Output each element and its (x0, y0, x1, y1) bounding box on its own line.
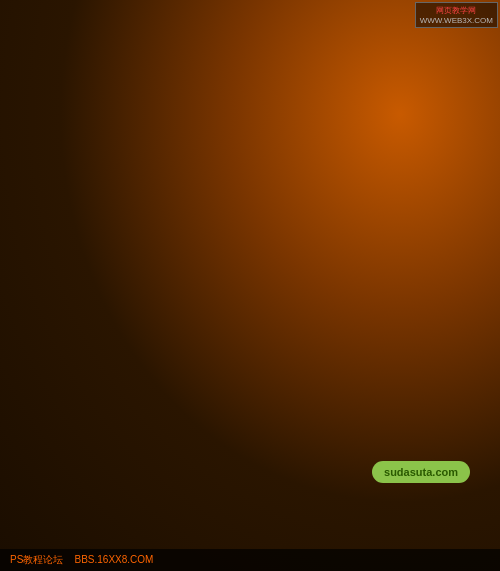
sudasuta-badge: sudasuta.com (372, 461, 470, 483)
bottom-text: PS教程论坛 BBS.16XX8.COM (10, 553, 153, 567)
watermark-line2: WWW.WEB3X.COM (420, 16, 493, 25)
watermark-line1: 网页教学网 (420, 5, 493, 16)
top-watermark: 网页教学网 WWW.WEB3X.COM (415, 2, 498, 28)
bottom-bar: PS教程论坛 BBS.16XX8.COM (0, 549, 500, 571)
